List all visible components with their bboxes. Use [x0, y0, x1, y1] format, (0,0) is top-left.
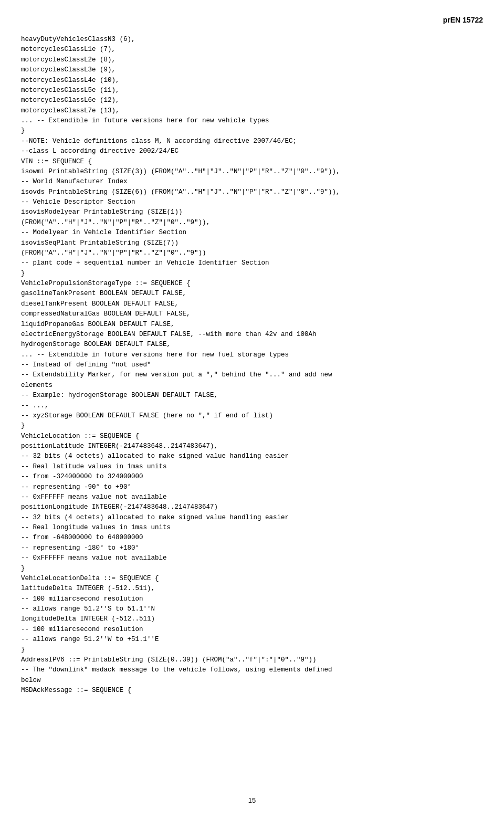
page-footer: 15 — [0, 796, 504, 804]
page-number: 15 — [248, 796, 256, 804]
page-header: prEN 15722 — [21, 16, 483, 24]
page-container: prEN 15722 heavyDutyVehiclesClassN3 (6),… — [0, 0, 504, 820]
document-title: prEN 15722 — [443, 16, 483, 24]
code-content: heavyDutyVehiclesClassN3 (6), motorcycle… — [21, 35, 483, 696]
